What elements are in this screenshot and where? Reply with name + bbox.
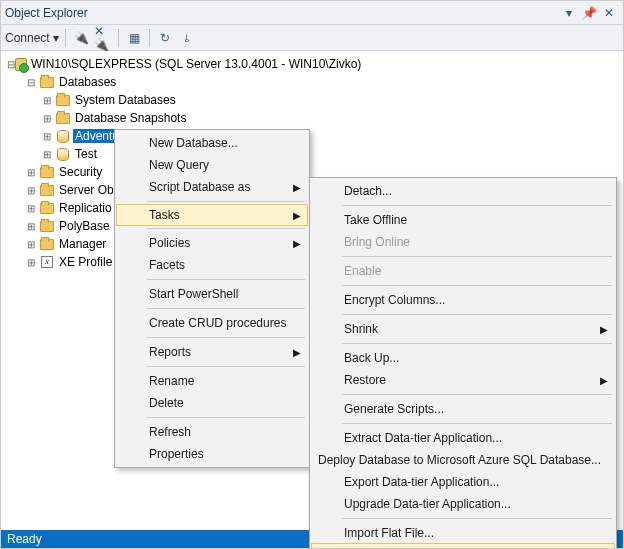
menu-export-data-tier[interactable]: Export Data-tier Application... xyxy=(312,471,614,493)
menu-new-database[interactable]: New Database... xyxy=(117,132,307,154)
menu-import-data[interactable]: Import Data... xyxy=(311,543,615,549)
tree-label: Database Snapshots xyxy=(73,111,188,125)
tree-label: Server Ob xyxy=(57,183,116,197)
menu-back-up[interactable]: Back Up... xyxy=(312,347,614,369)
menu-restore[interactable]: Restore▶ xyxy=(312,369,614,391)
menu-import-flat-file[interactable]: Import Flat File... xyxy=(312,522,614,544)
tree-databases-node[interactable]: ⊟Databases xyxy=(3,73,363,91)
menu-reports[interactable]: Reports▶ xyxy=(117,341,307,363)
tree-label: WIN10\SQLEXPRESS (SQL Server 13.0.4001 -… xyxy=(29,57,363,71)
filter-icon[interactable]: ▦ xyxy=(125,29,143,47)
separator xyxy=(65,29,66,47)
expand-icon[interactable]: ⊞ xyxy=(39,95,55,106)
menu-separator xyxy=(342,256,612,257)
menu-separator xyxy=(147,228,305,229)
folder-icon xyxy=(40,221,54,232)
menu-detach[interactable]: Detach... xyxy=(312,180,614,202)
status-text: Ready xyxy=(7,532,42,546)
submenu-arrow-icon: ▶ xyxy=(293,347,301,358)
menu-separator xyxy=(147,366,305,367)
folder-icon xyxy=(40,203,54,214)
menu-shrink[interactable]: Shrink▶ xyxy=(312,318,614,340)
tree-database-snapshots-node[interactable]: ⊞Database Snapshots xyxy=(3,109,363,127)
menu-separator xyxy=(342,205,612,206)
menu-separator xyxy=(147,201,305,202)
menu-encrypt-columns[interactable]: Encrypt Columns... xyxy=(312,289,614,311)
folder-icon xyxy=(40,167,54,178)
menu-separator xyxy=(342,518,612,519)
menu-separator xyxy=(342,394,612,395)
menu-deploy-azure[interactable]: Deploy Database to Microsoft Azure SQL D… xyxy=(312,449,614,471)
server-icon xyxy=(15,58,27,71)
tree-label: Manager xyxy=(57,237,108,251)
collapse-icon[interactable]: ⊟ xyxy=(7,59,15,70)
folder-icon xyxy=(56,113,70,124)
menu-separator xyxy=(147,308,305,309)
menu-bring-online: Bring Online xyxy=(312,231,614,253)
menu-separator xyxy=(147,417,305,418)
menu-rename[interactable]: Rename xyxy=(117,370,307,392)
folder-icon xyxy=(56,95,70,106)
database-icon xyxy=(57,148,69,161)
menu-extract-data-tier[interactable]: Extract Data-tier Application... xyxy=(312,427,614,449)
menu-refresh[interactable]: Refresh xyxy=(117,421,307,443)
menu-properties[interactable]: Properties xyxy=(117,443,307,465)
menu-separator xyxy=(342,423,612,424)
window-options-icon[interactable]: ▾ xyxy=(559,6,579,20)
context-menu-database: New Database... New Query Script Databas… xyxy=(114,129,310,468)
submenu-arrow-icon: ▶ xyxy=(293,210,301,221)
separator xyxy=(118,29,119,47)
menu-separator xyxy=(342,285,612,286)
expand-icon[interactable]: ⊞ xyxy=(23,203,39,214)
menu-new-query[interactable]: New Query xyxy=(117,154,307,176)
activity-icon[interactable]: ⫰ xyxy=(178,29,196,47)
menu-take-offline[interactable]: Take Offline xyxy=(312,209,614,231)
panel-titlebar: Object Explorer ▾ 📌 ✕ xyxy=(1,1,623,25)
submenu-arrow-icon: ▶ xyxy=(293,238,301,249)
collapse-icon[interactable]: ⊟ xyxy=(23,77,39,88)
submenu-arrow-icon: ▶ xyxy=(293,182,301,193)
menu-separator xyxy=(147,337,305,338)
expand-icon[interactable]: ⊞ xyxy=(23,185,39,196)
expand-icon[interactable]: ⊞ xyxy=(39,149,55,160)
menu-facets[interactable]: Facets xyxy=(117,254,307,276)
folder-icon xyxy=(40,185,54,196)
separator xyxy=(149,29,150,47)
expand-icon[interactable]: ⊞ xyxy=(39,131,55,142)
tree-label: PolyBase xyxy=(57,219,112,233)
toolbar: Connect ▾ 🔌 ✕🔌 ▦ ↻ ⫰ xyxy=(1,25,623,51)
menu-upgrade-data-tier[interactable]: Upgrade Data-tier Application... xyxy=(312,493,614,515)
close-icon[interactable]: ✕ xyxy=(599,6,619,20)
expand-icon[interactable]: ⊞ xyxy=(23,239,39,250)
pin-icon[interactable]: 📌 xyxy=(579,6,599,20)
menu-create-crud[interactable]: Create CRUD procedures xyxy=(117,312,307,334)
expand-icon[interactable]: ⊞ xyxy=(23,257,39,268)
menu-separator xyxy=(342,343,612,344)
menu-start-powershell[interactable]: Start PowerShell xyxy=(117,283,307,305)
disconnect-icon[interactable]: ✕🔌 xyxy=(94,29,112,47)
tree-label: XE Profile xyxy=(57,255,114,269)
menu-enable: Enable xyxy=(312,260,614,282)
menu-delete[interactable]: Delete xyxy=(117,392,307,414)
folder-icon xyxy=(40,239,54,250)
menu-script-database-as[interactable]: Script Database as▶ xyxy=(117,176,307,198)
xe-icon: x xyxy=(41,256,53,268)
panel-title: Object Explorer xyxy=(5,6,559,20)
tree-label: Test xyxy=(73,147,99,161)
connect-dropdown[interactable]: Connect ▾ xyxy=(5,31,59,45)
menu-generate-scripts[interactable]: Generate Scripts... xyxy=(312,398,614,420)
menu-separator xyxy=(342,314,612,315)
expand-icon[interactable]: ⊞ xyxy=(39,113,55,124)
context-menu-tasks: Detach... Take Offline Bring Online Enab… xyxy=(309,177,617,549)
menu-policies[interactable]: Policies▶ xyxy=(117,232,307,254)
refresh-icon[interactable]: ↻ xyxy=(156,29,174,47)
tree-label: Security xyxy=(57,165,104,179)
tree-system-databases-node[interactable]: ⊞System Databases xyxy=(3,91,363,109)
tree-server-node[interactable]: ⊟WIN10\SQLEXPRESS (SQL Server 13.0.4001 … xyxy=(3,55,363,73)
expand-icon[interactable]: ⊞ xyxy=(23,167,39,178)
menu-tasks[interactable]: Tasks▶ xyxy=(116,204,308,226)
database-icon xyxy=(57,130,69,143)
tree-label: Replicatio xyxy=(57,201,114,215)
connect-icon[interactable]: 🔌 xyxy=(72,29,90,47)
expand-icon[interactable]: ⊞ xyxy=(23,221,39,232)
